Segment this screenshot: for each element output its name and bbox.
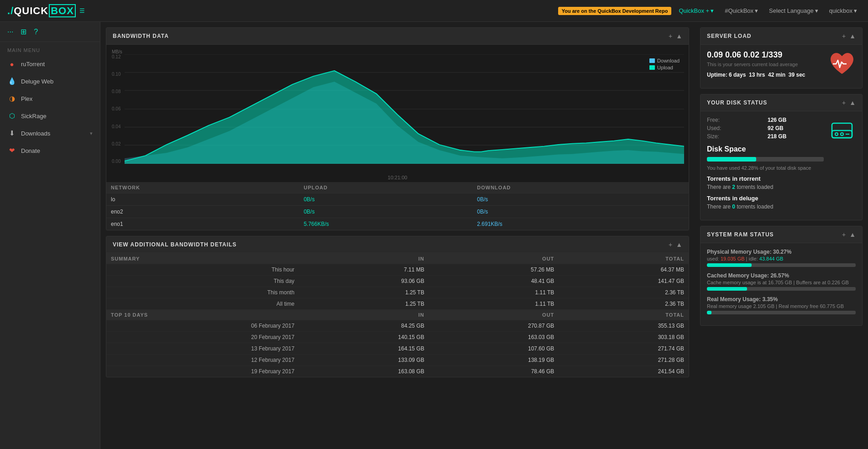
sidebar-item-donate[interactable]: ❤ Donate xyxy=(0,142,100,159)
y-label-0.12: 0.12 xyxy=(112,54,120,59)
deluge-title: Torrents in deluge xyxy=(707,195,824,202)
server-load-card: SERVER LOAD + ▲ 0.09 0.06 0.02 1/339 Thi… xyxy=(700,27,863,89)
user-menu-button[interactable]: quickbox ▾ xyxy=(826,5,861,16)
right-column: SERVER LOAD + ▲ 0.09 0.06 0.02 1/339 Thi… xyxy=(695,22,868,449)
svg-point-9 xyxy=(835,133,838,136)
physical-used-val: 19.035 GB xyxy=(721,256,745,261)
table-row: 20 February 2017 140.15 GB 163.03 GB 303… xyxy=(106,332,689,343)
disk-used-value: 92 GB xyxy=(768,125,824,131)
server-load-sub: This is your servers current load averag… xyxy=(707,62,824,67)
question-icon: ? xyxy=(34,28,38,36)
server-load-body: 0.09 0.06 0.02 1/339 This is your server… xyxy=(701,45,862,88)
server-load-collapse-button[interactable]: ▲ xyxy=(849,32,856,40)
cached-memory-section: Cached Memory Usage: 26.57% Cache memory… xyxy=(707,272,856,291)
main-menu-label: MAIN MENU xyxy=(0,42,100,56)
quickbox-menu-button[interactable]: QuickBox + ▾ xyxy=(675,5,717,16)
uptime-line: Uptime: 6 days 13 hrs 42 min 39 sec xyxy=(707,72,824,78)
download-color-swatch xyxy=(649,58,655,63)
physical-memory-section: Physical Memory Usage: 30.27% used: 19.0… xyxy=(707,249,856,267)
y-label-0.06: 0.06 xyxy=(112,106,120,111)
sidebar-puzzle-button[interactable]: ⊞ xyxy=(21,27,26,36)
y-label-0.10: 0.10 xyxy=(112,72,120,77)
heart-icon: ❤ xyxy=(7,146,16,155)
content-inner: BANDWIDTH DATA + ▲ MB/s 0.12 0.10 xyxy=(100,22,868,449)
real-bar-fill xyxy=(707,311,711,314)
bw-details-expand-button[interactable]: + xyxy=(669,241,672,248)
bandwidth-card-title: BANDWIDTH DATA xyxy=(113,33,669,39)
real-memory-section: Real Memory Usage: 3.35% Real memory usa… xyxy=(707,296,856,314)
server-load-expand-button[interactable]: + xyxy=(842,32,846,40)
language-select-button[interactable]: Select Language ▾ xyxy=(765,5,822,16)
bandwidth-card: BANDWIDTH DATA + ▲ MB/s 0.12 0.10 xyxy=(106,27,689,230)
chart-y-unit: MB/s xyxy=(111,48,684,54)
col-out: OUT xyxy=(429,254,559,264)
sidebar-item-downloads[interactable]: ⬇ Downloads ▾ xyxy=(0,125,100,142)
disk-status-expand-button[interactable]: + xyxy=(842,99,846,106)
legend-upload: Upload xyxy=(649,65,680,70)
bw-details-title: VIEW ADDITIONAL BANDWIDTH DETAILS xyxy=(113,241,669,248)
sidebar-help-button[interactable]: ? xyxy=(34,28,38,36)
y-label-0.00: 0.00 xyxy=(112,159,120,164)
real-memory-detail: Real memory usage 2.105 GB | Real memory… xyxy=(707,303,856,309)
bandwidth-collapse-button[interactable]: ▲ xyxy=(676,32,682,40)
ram-expand-button[interactable]: + xyxy=(842,231,846,238)
sidebar-item-plex[interactable]: ◑ Plex xyxy=(0,90,100,107)
main-column: BANDWIDTH DATA + ▲ MB/s 0.12 0.10 xyxy=(100,22,695,449)
table-row: eno2 0B/s 0B/s xyxy=(106,206,689,218)
sidebar-item-label: Deluge Web xyxy=(21,78,93,85)
ram-collapse-button[interactable]: ▲ xyxy=(849,231,856,238)
physical-memory-bar xyxy=(707,263,856,267)
download-icon: ⬇ xyxy=(7,129,16,137)
server-load-value: 0.09 0.06 0.02 1/339 xyxy=(707,50,824,60)
ram-status-card: SYSTEM RAM STATUS + ▲ Physical Memory Us… xyxy=(700,226,863,326)
bw-details-collapse-button[interactable]: ▲ xyxy=(676,241,682,248)
chevron-down-icon: ▾ xyxy=(90,131,93,136)
real-memory-bar xyxy=(707,311,856,314)
sidebar-item-rutorrent[interactable]: ● ruTorrent xyxy=(0,56,100,73)
disk-bar-fill xyxy=(707,157,756,162)
hashquickbox-menu-button[interactable]: #QuickBox ▾ xyxy=(721,5,762,16)
menu-toggle-button[interactable]: ☰ xyxy=(76,5,89,16)
content-area: BANDWIDTH DATA + ▲ MB/s 0.12 0.10 xyxy=(100,22,868,449)
sidebar-item-label: SickRage xyxy=(21,113,93,120)
deluge-loaded-text: There are 0 torrents loaded xyxy=(707,204,824,210)
sidebar-item-deluge[interactable]: 💧 Deluge Web xyxy=(0,73,100,90)
legend-download: Download xyxy=(649,58,680,63)
table-row: eno1 5.766KB/s 2.691KB/s xyxy=(106,218,689,230)
table-row: 19 February 2017 163.08 GB 78.46 GB 241.… xyxy=(106,366,689,377)
disk-status-body: Free: 126 GB Used: 92 GB Size: 218 GB Di… xyxy=(701,111,862,220)
disk-bar xyxy=(707,157,824,162)
sidebar-item-label: Donate xyxy=(21,147,93,154)
y-label-0.08: 0.08 xyxy=(112,89,120,94)
upload-color-swatch xyxy=(649,65,655,70)
disk-status-header: YOUR DISK STATUS + ▲ xyxy=(701,94,862,111)
sickrage-icon: ⬡ xyxy=(7,112,16,120)
heartbeat-icon xyxy=(828,50,856,83)
deluge-icon: 💧 xyxy=(7,77,16,85)
col-summary: SUMMARY xyxy=(106,254,299,264)
bandwidth-expand-button[interactable]: + xyxy=(669,32,672,40)
col-network: NETWORK xyxy=(106,182,299,193)
sidebar-item-sickrage[interactable]: ⬡ SickRage xyxy=(0,107,100,125)
logo-text: ./QUICKBOX xyxy=(7,5,76,17)
disk-status-collapse-button[interactable]: ▲ xyxy=(849,99,856,106)
sidebar-item-label: ruTorrent xyxy=(21,61,93,68)
rtorrent-loaded-text: There are 2 torrents loaded xyxy=(707,184,824,190)
torrents-rtorrent-section: Torrents in rtorrent There are 2 torrent… xyxy=(707,175,824,190)
disk-size-label: Size: xyxy=(707,133,758,140)
sidebar: ··· ⊞ ? MAIN MENU ● ruTorrent 💧 Deluge W… xyxy=(0,22,100,449)
rutorrent-icon: ● xyxy=(7,60,16,68)
bw-summary-table: SUMMARY IN OUT TOTAL This hour 7.11 MB 5… xyxy=(106,253,689,377)
dev-badge: You are on the QuickBox Development Repo xyxy=(558,7,672,15)
physical-bar-fill xyxy=(707,263,752,267)
sidebar-icon-bar: ··· ⊞ ? xyxy=(0,22,100,42)
col-total: TOTAL xyxy=(559,254,689,264)
disk-info-grid: Free: 126 GB Used: 92 GB Size: 218 GB xyxy=(707,117,824,140)
sidebar-item-label: Plex xyxy=(21,95,93,102)
chevron-down-icon: ▾ xyxy=(711,7,714,14)
disk-usage-text: You have used 42.28% of your total disk … xyxy=(707,165,824,171)
physical-idle-val: 43.844 GB xyxy=(759,256,784,261)
bandwidth-chart-area: MB/s 0.12 0.10 0.08 0.06 0.04 0.02 0.00 xyxy=(106,45,689,182)
physical-memory-title: Physical Memory Usage: 30.27% xyxy=(707,249,856,255)
sidebar-ellipsis-button[interactable]: ··· xyxy=(7,28,13,36)
